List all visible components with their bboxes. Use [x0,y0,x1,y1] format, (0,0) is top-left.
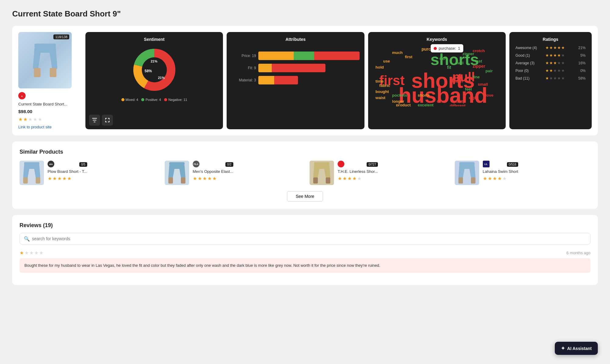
ai-sparkle-icon: ✦ [561,345,565,351]
search-wrap: 🔍 [20,233,590,244]
attr-material-label: Material: 3 [231,78,256,82]
star-1: ★ [18,116,23,122]
svg-rect-20 [181,177,185,184]
rating-good: Good (1) ★★★★★ 5% [515,53,586,58]
attr-fit-row: Fit: 9 [231,64,359,72]
keyword-word: One [437,99,444,104]
keyword-word: different [450,103,465,106]
keywords-cloud: shortsshortsfirstpullhusbandpurchasemuch… [373,45,501,106]
attr-fit-label: Fit: 9 [231,66,256,70]
keyword-word: quality [452,99,465,104]
ai-assistant-label: AI Assistant [567,346,592,351]
similar-products-row: alo 0/5 Plow Board Short - T... ★★★★★ [20,161,590,185]
rating-bad-label: Bad (11) [515,76,543,80]
rating-good-pct: 5% [580,53,586,58]
similar-name-4: Lahaina Swim Short [483,169,518,174]
product-badge: 118/138 [53,34,69,39]
keyword-word: much [452,79,463,84]
svg-point-24 [339,162,343,166]
keyword-word: pockets [392,93,407,98]
keyword-word: excelent [418,103,433,106]
keyword-word: bought [375,89,389,94]
rating-poor-pct: 0% [580,69,586,73]
keyword-word: hold [375,65,384,70]
keyword-word: shorts [418,93,430,98]
keyword-word: time [375,79,384,84]
keyword-word: well [456,61,464,65]
svg-rect-16 [23,177,28,184]
see-more-button[interactable]: See More [287,191,323,202]
keyword-word: first [405,55,412,59]
keyword-word: zipper [473,64,485,69]
review-text-1: Bought these for my husband to wear in L… [20,258,590,273]
reviews-title: Reviews (19) [20,222,590,229]
keyword-word: fit [447,65,451,70]
similar-product-2[interactable]: FILA 0/2 Men's Opposite Elast... ★★★★★ [165,161,301,185]
svg-text:●: ● [21,95,23,98]
svg-rect-27 [471,177,475,184]
rating-bad: Bad (11) ★★★★★ 58% [515,76,586,80]
attr-price-row: Price: 19 [231,52,359,60]
badge-4: 0/516 [507,162,518,167]
svg-text:58%: 58% [145,69,152,73]
badge-2: 0/2 [225,162,233,167]
keyword-word: pair [486,69,493,73]
svg-rect-2 [50,68,56,77]
svg-rect-21 [314,162,329,165]
badge-3: 0/727 [367,162,378,167]
keyword-word: eight [469,95,478,100]
svg-rect-1 [34,68,41,77]
search-icon: 🔍 [24,236,30,242]
badge-1: 0/5 [79,162,87,167]
svg-rect-19 [168,177,173,184]
attributes-chart: Attributes Price: 19 Fit: 9 [227,32,364,129]
product-link[interactable]: Link to product site [18,125,85,129]
product-price: $98.00 [18,109,85,114]
keyword-word: small [478,82,488,87]
legend-mixed: Mixed: 4 [121,98,138,102]
svg-rect-14 [94,122,95,122]
rating-good-label: Good (1) [515,53,543,58]
similar-name-2: Men's Opposite Elast... [193,169,233,174]
product-stars: ★ ★ ★ ★ ★ [18,116,85,122]
star-5: ★ [38,116,42,122]
attr-material-row: Material: 3 [231,76,359,84]
similar-product-1[interactable]: alo 0/5 Plow Board Short - T... ★★★★★ [20,161,156,185]
svg-rect-17 [36,177,40,184]
keyword-word: zipper [462,52,474,56]
rating-bad-pct: 58% [578,76,586,80]
expand-button[interactable] [102,115,113,126]
review-item-1: ★ ★ ★ ★ ★ 6 months ago Bought these for … [20,250,590,273]
ratings-chart: Ratings Awesome (4) ★★★★★ 21% Good (1) ★… [509,32,592,129]
svg-rect-12 [92,118,97,119]
brand-icon: ● [18,92,26,99]
rating-average-pct: 16% [578,61,586,65]
rating-awesome-pct: 21% [578,46,586,50]
search-input[interactable] [20,233,590,244]
keyword-word: much [392,50,403,55]
ai-assistant-button[interactable]: ✦ AI Assistant [555,342,598,355]
legend-negative: Negative: 11 [164,98,187,102]
star-3: ★ [28,116,32,122]
svg-rect-22 [313,177,318,184]
svg-text:21%: 21% [151,59,157,63]
keyword-tooltip: purchase: 1 [431,44,463,52]
product-name: Current State Board Short... [18,102,85,106]
keyword-word: Go [440,56,445,61]
svg-rect-15 [24,162,39,165]
review-time-1: 6 months ago [566,251,590,255]
keyword-word: last [475,59,482,63]
svg-rect-18 [169,162,185,165]
sentiment-chart: Sentiment 21% 21% [85,32,223,129]
rating-poor: Poor (0) ★★★★★ 0% [515,68,586,73]
similar-product-3[interactable]: 0/727 T.H.E. Linerless Shor... ★★★★★ [310,161,446,185]
similar-products-title: Similar Products [20,149,590,155]
similar-product-4[interactable]: LIL 0/516 Lahaina Swim Short ★★★★★ [455,161,591,185]
star-2: ★ [23,116,27,122]
keyword-word: feel [465,87,472,91]
product-info: 118/138 ● Current State Board Short... $… [18,32,85,129]
svg-rect-25 [459,162,475,165]
filter-button[interactable] [89,115,100,126]
ratings-title: Ratings [515,37,586,42]
star-4: ★ [33,116,37,122]
